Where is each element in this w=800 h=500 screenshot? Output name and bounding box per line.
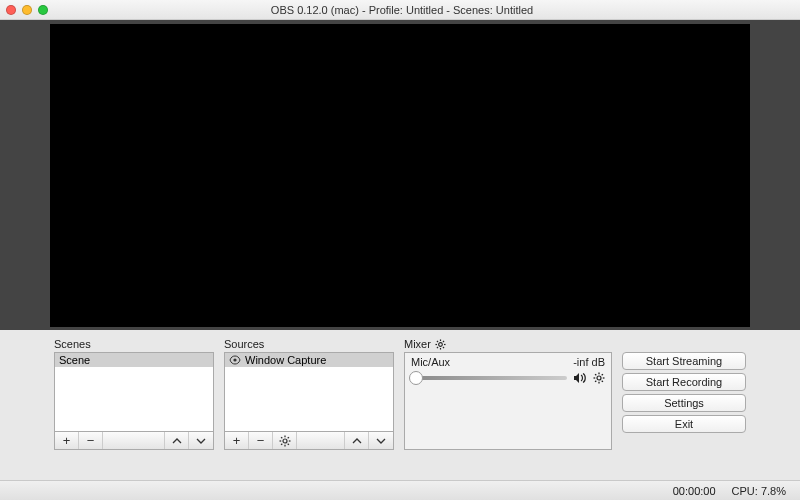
preview-area [0, 20, 800, 330]
status-bar: 00:00:00 CPU: 7.8% [0, 480, 800, 500]
minus-icon: − [87, 433, 95, 448]
svg-line-7 [287, 443, 288, 444]
sources-list[interactable]: Window Capture [225, 353, 393, 431]
scene-item[interactable]: Scene [55, 353, 213, 367]
eye-icon[interactable] [229, 355, 241, 365]
volume-slider[interactable] [411, 376, 567, 380]
svg-line-26 [595, 381, 596, 382]
svg-point-1 [283, 439, 287, 443]
mixer-panel: Mixer Mic/Aux -inf dB [404, 338, 612, 450]
settings-button[interactable]: Settings [622, 394, 746, 412]
scene-remove-button[interactable]: − [79, 432, 103, 449]
speaker-icon[interactable] [573, 372, 587, 384]
source-item[interactable]: Window Capture [225, 353, 393, 367]
chevron-down-icon [196, 436, 206, 446]
mixer-label-text: Mixer [404, 338, 431, 350]
sources-label: Sources [224, 338, 394, 350]
source-movedown-button[interactable] [369, 432, 393, 449]
minus-icon: − [257, 433, 265, 448]
svg-line-18 [443, 340, 444, 341]
svg-line-17 [437, 346, 438, 347]
svg-line-16 [443, 346, 444, 347]
svg-line-15 [437, 340, 438, 341]
source-add-button[interactable]: + [225, 432, 249, 449]
mixer-channel-name: Mic/Aux [411, 356, 450, 368]
start-streaming-button[interactable]: Start Streaming [622, 352, 746, 370]
maximize-window-button[interactable] [38, 5, 48, 15]
scene-add-button[interactable]: + [55, 432, 79, 449]
gear-icon[interactable] [435, 339, 446, 350]
plus-icon: + [63, 433, 71, 448]
window-title: OBS 0.12.0 (mac) - Profile: Untitled - S… [56, 4, 748, 16]
scenes-panel: Scenes Scene + − [54, 338, 214, 450]
mixer-channel-level: -inf dB [573, 356, 605, 368]
sources-toolbar: + − [225, 431, 393, 449]
svg-line-24 [595, 374, 596, 375]
sources-panel: Sources Window Capture + − [224, 338, 394, 450]
status-time: 00:00:00 [673, 485, 716, 497]
source-moveup-button[interactable] [345, 432, 369, 449]
preview-canvas[interactable] [50, 24, 750, 327]
svg-line-8 [281, 443, 282, 444]
gear-icon[interactable] [593, 372, 605, 384]
scene-item-label: Scene [59, 354, 90, 366]
source-properties-button[interactable] [273, 432, 297, 449]
plus-icon: + [233, 433, 241, 448]
sources-listbox: Window Capture + − [224, 352, 394, 450]
start-recording-button[interactable]: Start Recording [622, 373, 746, 391]
scenes-list[interactable]: Scene [55, 353, 213, 431]
panels: Scenes Scene + − Sources Window Captur [0, 330, 800, 456]
source-toolbar-spacer [297, 432, 345, 449]
svg-line-25 [602, 381, 603, 382]
svg-point-10 [439, 342, 443, 346]
chevron-up-icon [172, 436, 182, 446]
scene-moveup-button[interactable] [165, 432, 189, 449]
source-remove-button[interactable]: − [249, 432, 273, 449]
svg-point-19 [597, 376, 601, 380]
scene-toolbar-spacer [103, 432, 165, 449]
gear-icon [279, 435, 291, 447]
scenes-label: Scenes [54, 338, 214, 350]
svg-point-0 [233, 358, 236, 361]
minimize-window-button[interactable] [22, 5, 32, 15]
svg-line-6 [281, 437, 282, 438]
scene-movedown-button[interactable] [189, 432, 213, 449]
mixer-box: Mic/Aux -inf dB [404, 352, 612, 450]
exit-button[interactable]: Exit [622, 415, 746, 433]
svg-line-9 [287, 437, 288, 438]
close-window-button[interactable] [6, 5, 16, 15]
titlebar: OBS 0.12.0 (mac) - Profile: Untitled - S… [0, 0, 800, 20]
controls-panel: Start Streaming Start Recording Settings… [622, 352, 746, 433]
source-item-label: Window Capture [245, 354, 326, 366]
scenes-listbox: Scene + − [54, 352, 214, 450]
scenes-toolbar: + − [55, 431, 213, 449]
status-cpu: CPU: 7.8% [732, 485, 786, 497]
traffic-lights [6, 5, 48, 15]
svg-line-27 [602, 374, 603, 375]
mixer-label: Mixer [404, 338, 612, 350]
volume-slider-knob[interactable] [409, 371, 423, 385]
chevron-down-icon [376, 436, 386, 446]
chevron-up-icon [352, 436, 362, 446]
